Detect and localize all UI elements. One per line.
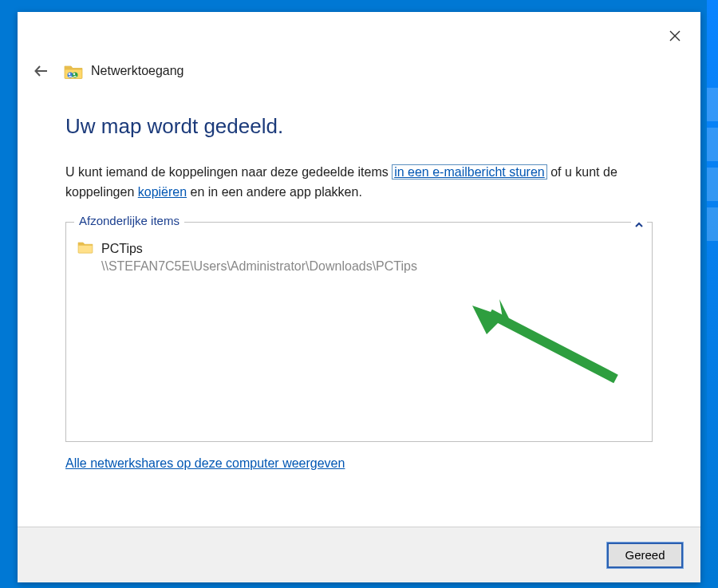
wizard-title-text: Netwerktoegang (91, 64, 184, 78)
svg-point-6 (73, 73, 76, 76)
content-area: Uw map wordt gedeeld. U kunt iemand de k… (18, 86, 700, 527)
collapse-toggle[interactable] (631, 219, 647, 231)
item-path: \\STEFAN7C5E\Users\Administrator\Downloa… (101, 258, 417, 275)
taskbar-slot (707, 88, 718, 121)
show-all-shares-link[interactable]: Alle netwerkshares op deze computer weer… (65, 456, 653, 471)
folder-icon (77, 240, 93, 255)
taskbar-slot (707, 207, 718, 241)
desc-suffix: en in een andere app plakken. (187, 185, 362, 199)
desc-prefix: U kunt iemand de koppelingen naar deze g… (65, 165, 392, 179)
close-button[interactable] (659, 24, 691, 48)
copy-link[interactable]: kopiëren (138, 185, 187, 199)
titlebar (18, 12, 700, 56)
item-text: PCTips \\STEFAN7C5E\Users\Administrator\… (101, 240, 417, 276)
header-row: Netwerktoegang (18, 56, 700, 86)
items-groupbox: Afzonderlijke items PCTips \\STEFAN7C5E\… (65, 222, 653, 442)
chevron-up-icon (634, 221, 644, 229)
close-icon (669, 30, 681, 42)
shared-item[interactable]: PCTips \\STEFAN7C5E\Users\Administrator\… (66, 223, 652, 276)
page-heading: Uw map wordt gedeeld. (65, 114, 653, 139)
svg-point-5 (69, 73, 71, 76)
email-link[interactable]: in een e-mailbericht sturen (392, 164, 547, 180)
description-text: U kunt iemand de koppelingen naar deze g… (65, 163, 653, 203)
taskbar-slot (707, 128, 718, 161)
back-arrow-icon (34, 63, 49, 79)
dialog-footer: Gereed (18, 527, 700, 582)
group-legend: Afzonderlijke items (74, 214, 184, 227)
item-name: PCTips (101, 240, 417, 258)
done-button[interactable]: Gereed (607, 543, 683, 568)
network-folder-icon (64, 62, 83, 80)
taskbar-slot (707, 168, 718, 201)
dialog-window: Netwerktoegang Uw map wordt gedeeld. U k… (18, 12, 700, 582)
wizard-title: Netwerktoegang (64, 62, 184, 80)
back-button[interactable] (32, 61, 51, 81)
